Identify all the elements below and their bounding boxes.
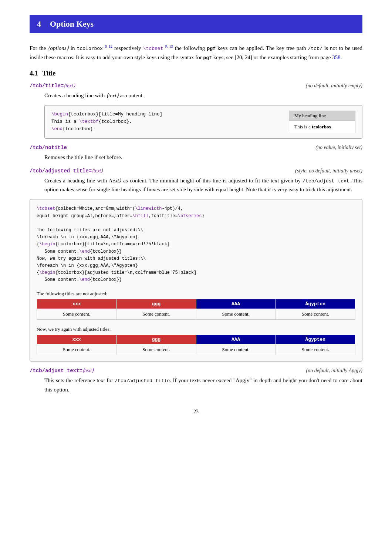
key-entry-adjusted-title: /tcb/adjusted title=⟨text⟩ (style, no de… xyxy=(30,168,362,362)
key-desc-notitle: (no value, initially set) xyxy=(315,145,362,151)
subsection-title: Title xyxy=(43,70,56,77)
adjusted-content-row: Some content. Some content. Some content… xyxy=(37,344,355,355)
adj-cell-xxx: Some content. xyxy=(37,344,116,355)
header-Agypten: Ägypten xyxy=(276,299,355,309)
page-number: 23 xyxy=(30,409,362,415)
key-body-adjusted-title: Creates a heading line with ⟨text⟩ as co… xyxy=(30,176,362,194)
not-adjusted-table: xxx ggg AAA Ägypten Some content. Some c… xyxy=(37,299,355,320)
preview-body: This is a tcolorbox. xyxy=(289,121,355,133)
key-name-adjust-text: /tcb/adjust text=⟨text⟩ xyxy=(30,367,94,374)
key-name-title: /tcb/title=⟨text⟩ xyxy=(30,83,75,89)
adjusted-table: xxx ggg AAA Ägypten Some content. Some c… xyxy=(37,334,355,355)
adj-header-xxx: xxx xyxy=(37,335,116,344)
key-entry-adjust-text: /tcb/adjust text=⟨text⟩ (no default, ini… xyxy=(30,367,362,394)
key-body-adjust-text: This sets the reference text for /tcb/ad… xyxy=(30,376,362,394)
code-box-title-example: \begin{tcolorbox}[title=My heading line]… xyxy=(44,105,362,139)
cell-Agypten: Some content. xyxy=(276,309,355,320)
key-entry-notitle: /tcb/notitle (no value, initially set) R… xyxy=(30,145,362,162)
key-line-title: /tcb/title=⟨text⟩ (no default, initially… xyxy=(30,83,362,89)
header-xxx: xxx xyxy=(37,299,116,309)
adj-cell-AAA: Some content. xyxy=(196,344,276,355)
code-lines: \tcbset{colback=White,arc=0mm,width=(\li… xyxy=(37,205,355,283)
key-body-notitle: Removes the title line if set before. xyxy=(30,153,362,162)
code-left: \begin{tcolorbox}[title=My heading line]… xyxy=(51,111,281,133)
adj-cell-Agypten: Some content. xyxy=(276,344,355,355)
not-adjusted-label: The following titles are not adjusted: xyxy=(37,289,355,299)
section-number: 4 xyxy=(37,19,41,29)
key-name-adjusted-title: /tcb/adjusted title=⟨text⟩ xyxy=(30,168,103,174)
key-line-notitle: /tcb/notitle (no value, initially set) xyxy=(30,145,362,151)
code-box-adjusted-title: \tcbset{colback=White,arc=0mm,width=(\li… xyxy=(30,199,362,361)
demo-not-adjusted: The following titles are not adjusted: x… xyxy=(37,289,355,320)
adj-header-ggg: ggg xyxy=(116,335,196,344)
header-AAA: AAA xyxy=(196,299,276,309)
cell-AAA: Some content. xyxy=(196,309,276,320)
cell-xxx: Some content. xyxy=(37,309,116,320)
cell-ggg: Some content. xyxy=(116,309,196,320)
not-adjusted-header-row: xxx ggg AAA Ägypten xyxy=(37,299,355,309)
key-name-notitle: /tcb/notitle xyxy=(30,145,67,151)
header-ggg: ggg xyxy=(116,299,196,309)
key-desc-adjusted-title: (style, no default, initially unset) xyxy=(295,168,362,174)
key-line-adjusted-title: /tcb/adjusted title=⟨text⟩ (style, no de… xyxy=(30,168,362,174)
intro-paragraph: For the ⟨options⟩ in tcolorbox P. 12 res… xyxy=(30,44,362,62)
preview-box: My heading line This is a tcolorbox. xyxy=(289,111,355,133)
adj-header-AAA: AAA xyxy=(196,335,276,344)
key-entry-title: /tcb/title=⟨text⟩ (no default, initially… xyxy=(30,83,362,139)
preview-title: My heading line xyxy=(289,111,355,121)
section-header: 4 Option Keys xyxy=(30,15,362,33)
not-adjusted-content-row: Some content. Some content. Some content… xyxy=(37,309,355,320)
subsection-number: 4.1 xyxy=(30,70,38,77)
adjusted-header-row: xxx ggg AAA Ägypten xyxy=(37,335,355,344)
key-desc-title: (no default, initially empty) xyxy=(306,83,362,89)
key-line-adjust-text: /tcb/adjust text=⟨text⟩ (no default, ini… xyxy=(30,367,362,374)
key-desc-adjust-text: (no default, initially Äpgjy) xyxy=(306,368,362,374)
adj-cell-ggg: Some content. xyxy=(116,344,196,355)
subsection-41-header: 4.1Title xyxy=(30,70,362,77)
demo-adjusted: Now, we try again with adjusted titles: … xyxy=(37,325,355,355)
adjusted-label: Now, we try again with adjusted titles: xyxy=(37,325,355,334)
key-body-title: Creates a heading line with ⟨text⟩ as co… xyxy=(30,91,362,100)
adj-header-Agypten: Ägypten xyxy=(276,335,355,344)
section-title: Option Keys xyxy=(50,19,94,29)
